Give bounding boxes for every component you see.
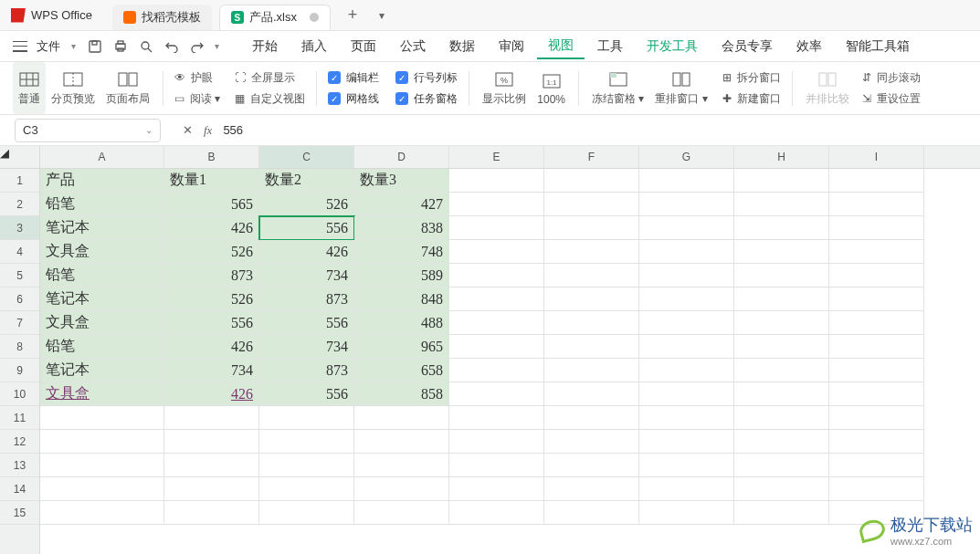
cell[interactable]: 873	[164, 264, 259, 287]
file-menu-dropdown-icon[interactable]: ▾	[71, 41, 76, 51]
cell[interactable]: 426	[164, 382, 259, 406]
cell[interactable]: 556	[259, 382, 354, 406]
cell[interactable]	[40, 430, 164, 454]
cell[interactable]	[259, 406, 354, 430]
row-header[interactable]: 10	[0, 382, 39, 406]
row-header[interactable]: 12	[0, 430, 39, 454]
cell[interactable]	[639, 382, 734, 406]
cell[interactable]	[639, 287, 734, 311]
undo-icon[interactable]	[163, 38, 180, 55]
cell[interactable]	[449, 406, 544, 430]
cell[interactable]: 848	[354, 287, 449, 311]
cell[interactable]	[259, 430, 354, 454]
menu-smart-tools[interactable]: 智能工具箱	[835, 35, 921, 58]
cell[interactable]	[449, 216, 544, 240]
cell[interactable]	[449, 335, 544, 359]
cell[interactable]: 数量3	[354, 169, 449, 193]
cell[interactable]	[639, 240, 734, 264]
cell[interactable]: 笔记本	[40, 216, 164, 240]
menu-page[interactable]: 页面	[340, 35, 387, 58]
new-window-button[interactable]: ✚新建窗口	[722, 89, 781, 109]
cell[interactable]	[829, 216, 924, 240]
print-icon[interactable]	[112, 38, 129, 55]
cell[interactable]	[734, 501, 829, 525]
cell[interactable]	[734, 193, 829, 216]
check-formula-bar[interactable]: ✓编辑栏	[328, 68, 379, 88]
cell[interactable]	[449, 311, 544, 335]
cell[interactable]	[354, 477, 449, 501]
row-header[interactable]: 8	[0, 335, 39, 359]
cell[interactable]	[354, 406, 449, 430]
cell[interactable]	[449, 359, 544, 382]
cell[interactable]	[259, 477, 354, 501]
cell[interactable]	[734, 264, 829, 287]
menu-data[interactable]: 数据	[438, 35, 486, 58]
cell[interactable]	[354, 454, 449, 477]
cell[interactable]	[544, 240, 639, 264]
cell[interactable]	[734, 240, 829, 264]
menu-dev-tools[interactable]: 开发工具	[636, 35, 709, 58]
cell[interactable]	[639, 477, 734, 501]
cell[interactable]: 426	[259, 240, 354, 264]
cell[interactable]	[734, 335, 829, 359]
tab-menu-button[interactable]: ▾	[371, 5, 393, 26]
menu-member[interactable]: 会员专享	[711, 35, 784, 58]
menu-start[interactable]: 开始	[241, 35, 289, 58]
cell[interactable]	[734, 430, 829, 454]
arrange-windows-dropdown[interactable]: 重排窗口 ▾	[649, 62, 712, 114]
cell[interactable]	[829, 193, 924, 216]
row-header[interactable]: 14	[0, 477, 39, 501]
cell[interactable]	[164, 430, 259, 454]
cell[interactable]	[639, 193, 734, 216]
redo-icon[interactable]	[189, 38, 205, 55]
cell[interactable]: 铅笔	[40, 193, 164, 216]
cell[interactable]: 734	[259, 335, 354, 359]
cell[interactable]: 铅笔	[40, 264, 164, 287]
cell[interactable]	[449, 193, 544, 216]
cell[interactable]	[734, 169, 829, 193]
cell[interactable]	[639, 311, 734, 335]
cell[interactable]: 数量1	[164, 169, 259, 193]
cell[interactable]	[449, 287, 544, 311]
view-page-break[interactable]: 分页预览	[46, 62, 100, 114]
cell[interactable]	[40, 454, 164, 477]
menu-tools[interactable]: 工具	[586, 35, 634, 58]
cell[interactable]	[734, 406, 829, 430]
cell[interactable]	[829, 477, 924, 501]
cell[interactable]	[544, 264, 639, 287]
cell[interactable]	[734, 359, 829, 382]
cell[interactable]	[734, 311, 829, 335]
cell[interactable]	[449, 240, 544, 264]
cell[interactable]: 文具盒	[40, 382, 164, 406]
cell[interactable]	[639, 264, 734, 287]
cell[interactable]: 873	[259, 359, 354, 382]
col-header[interactable]: E	[449, 146, 544, 168]
row-header[interactable]: 11	[0, 406, 39, 430]
cell[interactable]: 965	[354, 335, 449, 359]
col-header[interactable]: B	[164, 146, 259, 168]
menu-insert[interactable]: 插入	[290, 35, 338, 58]
cell[interactable]: 488	[354, 311, 449, 335]
cell[interactable]	[829, 430, 924, 454]
cell[interactable]	[639, 169, 734, 193]
cell[interactable]	[734, 216, 829, 240]
cell[interactable]	[544, 477, 639, 501]
cell[interactable]	[544, 406, 639, 430]
cell[interactable]: 铅笔	[40, 335, 164, 359]
col-header[interactable]: G	[639, 146, 734, 168]
cell[interactable]: 526	[164, 240, 259, 264]
cell[interactable]: 858	[354, 382, 449, 406]
cell[interactable]: 734	[164, 359, 259, 382]
menu-formula[interactable]: 公式	[389, 35, 437, 58]
col-header[interactable]: C	[259, 146, 354, 168]
cell[interactable]: 笔记本	[40, 287, 164, 311]
cell[interactable]	[639, 430, 734, 454]
row-header[interactable]: 5	[0, 264, 39, 287]
cell[interactable]: 笔记本	[40, 359, 164, 382]
row-header[interactable]: 7	[0, 311, 39, 335]
cell[interactable]	[544, 287, 639, 311]
cell[interactable]	[544, 382, 639, 406]
zoom-ratio[interactable]: % 显示比例	[477, 62, 532, 114]
cell[interactable]	[544, 311, 639, 335]
row-header[interactable]: 2	[0, 193, 39, 216]
